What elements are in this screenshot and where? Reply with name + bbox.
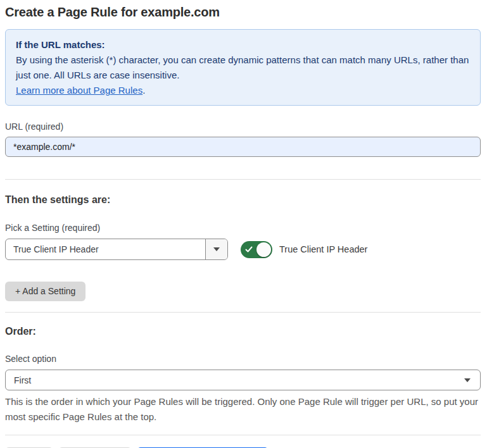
checkmark-icon bbox=[245, 246, 253, 253]
order-section-heading: Order: bbox=[5, 325, 481, 338]
url-match-info-banner: If the URL matches: By using the asteris… bbox=[5, 29, 481, 106]
url-field-label: URL (required) bbox=[5, 121, 481, 132]
order-select[interactable]: First bbox=[5, 370, 481, 390]
info-link-line: Learn more about Page Rules. bbox=[16, 83, 470, 98]
setting-picker-label: Pick a Setting (required) bbox=[5, 222, 481, 233]
url-input[interactable] bbox=[5, 137, 481, 157]
setting-dropdown-value: True Client IP Header bbox=[6, 239, 205, 259]
chevron-down-icon bbox=[213, 247, 220, 251]
settings-section-heading: Then the settings are: bbox=[5, 194, 481, 206]
add-setting-button[interactable]: + Add a Setting bbox=[5, 282, 85, 301]
toggle-knob bbox=[256, 242, 271, 257]
order-help-text: This is the order in which your Page Rul… bbox=[5, 394, 481, 425]
true-client-ip-toggle[interactable] bbox=[241, 241, 272, 258]
setting-dropdown[interactable]: True Client IP Header bbox=[5, 239, 228, 260]
link-period: . bbox=[142, 85, 145, 96]
info-body-text: By using the asterisk (*) character, you… bbox=[16, 53, 470, 83]
setting-dropdown-arrow-button[interactable] bbox=[205, 239, 227, 259]
toggle-label: True Client IP Header bbox=[279, 244, 367, 254]
info-heading: If the URL matches: bbox=[16, 37, 470, 53]
section-divider bbox=[5, 179, 481, 180]
page-title: Create a Page Rule for example.com bbox=[5, 4, 481, 20]
setting-row: True Client IP Header True Client IP Hea… bbox=[5, 239, 481, 260]
order-select-value: First bbox=[14, 375, 31, 385]
section-divider bbox=[5, 312, 481, 313]
chevron-down-icon bbox=[464, 378, 471, 382]
order-select-label: Select option bbox=[5, 353, 481, 364]
page-rule-form: Create a Page Rule for example.com If th… bbox=[0, 0, 487, 448]
learn-more-link[interactable]: Learn more about Page Rules bbox=[16, 85, 142, 96]
footer-divider bbox=[5, 435, 481, 435]
